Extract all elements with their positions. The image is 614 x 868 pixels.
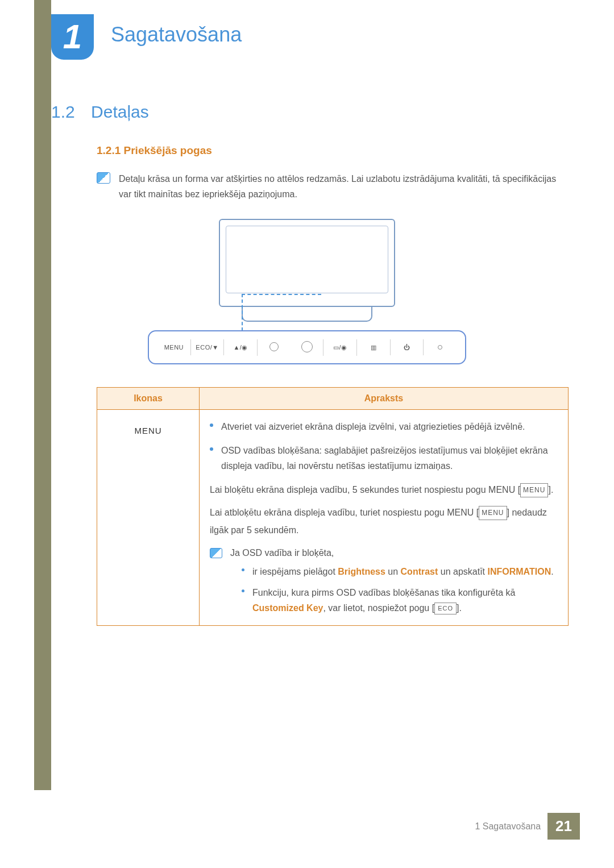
sub-bullet: ir iespējams pielāgot Brightness un Cont… <box>242 564 558 579</box>
bullet-dot-icon <box>210 423 213 427</box>
header-desc: Apraksts <box>200 388 569 410</box>
information-label: INFORMATION <box>488 567 551 576</box>
text-segment: ]. <box>457 603 462 613</box>
btn-auto: ▥ <box>357 339 390 356</box>
page-content: 1.2 Detaļas 1.2.1 Priekšējās pogas Detaļ… <box>51 102 563 626</box>
table-header-row: Ikonas Apraksts <box>97 388 569 410</box>
paragraph: Lai bloķētu ekrāna displeja vadību, 5 se… <box>210 481 558 499</box>
note-text: Detaļu krāsa un forma var atšķirties no … <box>119 171 563 202</box>
section-number: 1.2 <box>51 102 75 121</box>
subsection-number: 1.2.1 <box>97 144 121 156</box>
bullet-dot-icon <box>210 447 213 451</box>
section-heading: 1.2 Detaļas <box>51 102 563 122</box>
text-segment: Lai atbloķētu ekrāna displeja vadību, tu… <box>210 508 479 517</box>
text-segment: ]. <box>548 485 553 495</box>
description-block: Atveriet vai aizveriet ekrāna displeja i… <box>210 419 558 616</box>
inner-note-body: Ja OSD vadība ir bloķēta, ir iespējams p… <box>230 548 558 616</box>
text-segment: Lai bloķētu ekrāna displeja vadību, 5 se… <box>210 485 520 495</box>
monitor-stand <box>242 307 372 322</box>
sub-bullet-text: Funkciju, kura pirms OSD vadības bloķēša… <box>252 585 558 616</box>
bullet-text: Atveriet vai aizveriet ekrāna displeja i… <box>221 419 525 434</box>
bullet-dot-icon <box>242 568 244 571</box>
btn-ring1 <box>258 338 291 357</box>
section-title: Detaļas <box>91 102 149 121</box>
menu-key-icon: MENU <box>520 483 548 497</box>
customized-key-label: Customized Key <box>252 603 323 613</box>
ring-icon <box>269 342 279 351</box>
footer-page-number: 21 <box>547 813 580 840</box>
button-bar: MENU ECO/▼ ▲/◉ ▭/◉ ▥ ⏻ <box>148 330 466 364</box>
btn-led <box>424 339 457 355</box>
callout-line-horizontal <box>242 294 321 295</box>
bullet-dot-icon <box>242 589 244 592</box>
btn-source: ▭/◉ <box>323 339 357 356</box>
note-icon <box>210 548 222 558</box>
header-icons: Ikonas <box>97 388 200 410</box>
monitor-screen <box>226 226 388 293</box>
inner-note: Ja OSD vadība ir bloķēta, ir iespējams p… <box>210 548 558 616</box>
text-segment: Funkciju, kura pirms OSD vadības bloķēša… <box>252 588 515 597</box>
contrast-label: Contrast <box>401 567 438 576</box>
bullet-text: OSD vadības bloķēšana: saglabājiet pašre… <box>221 443 558 474</box>
chapter-title: Sagatavošana <box>111 23 242 47</box>
spec-table: Ikonas Apraksts MENU Atveriet vai aizver… <box>97 387 569 625</box>
bullet-item: OSD vadības bloķēšana: saglabājiet pašre… <box>210 443 558 474</box>
btn-power: ⏻ <box>390 339 424 355</box>
sub-bullet: Funkciju, kura pirms OSD vadības bloķēša… <box>242 585 558 616</box>
text-segment: . <box>551 567 553 576</box>
text-segment: ir iespējams pielāgot <box>252 567 338 576</box>
bullet-item: Atveriet vai aizveriet ekrāna displeja i… <box>210 419 558 434</box>
table-row: MENU Atveriet vai aizveriet ekrāna displ… <box>97 410 569 625</box>
btn-menu: MENU <box>157 339 191 355</box>
cell-icon: MENU <box>97 410 200 625</box>
brightness-label: Brightness <box>338 567 385 576</box>
btn-ring2 <box>291 337 323 358</box>
sub-bullet-text: ir iespējams pielāgot Brightness un Cont… <box>252 564 554 579</box>
subsection-heading: 1.2.1 Priekšējās pogas <box>97 144 563 157</box>
note-icon-wrap <box>97 171 110 202</box>
led-icon <box>438 345 442 350</box>
callout-line-vertical <box>242 294 243 331</box>
chapter-number: 1 <box>63 20 82 54</box>
text-segment: un <box>385 567 401 576</box>
footer-label: 1 Sagatavošana <box>475 821 541 832</box>
btn-up: ▲/◉ <box>224 339 258 356</box>
chapter-badge: 1 <box>51 14 94 60</box>
text-segment: un apskatīt <box>438 567 487 576</box>
btn-eco: ECO/▼ <box>191 339 225 355</box>
monitor-diagram: MENU ECO/▼ ▲/◉ ▭/◉ ▥ ⏻ <box>142 219 472 364</box>
ring-icon <box>301 341 313 352</box>
subsection-title: Priekšējās pogas <box>124 144 212 156</box>
text-segment: , var lietot, nospiežot pogu [ <box>323 603 434 613</box>
eco-key-icon: ECO <box>434 603 457 614</box>
menu-key-icon: MENU <box>479 506 507 520</box>
side-strip <box>34 0 51 790</box>
note-icon <box>97 172 110 184</box>
cell-desc: Atveriet vai aizveriet ekrāna displeja i… <box>200 410 569 625</box>
paragraph: Lai atbloķētu ekrāna displeja vadību, tu… <box>210 504 558 539</box>
note-row: Detaļu krāsa un forma var atšķirties no … <box>97 171 563 202</box>
page-footer: 1 Sagatavošana 21 <box>475 813 580 840</box>
inner-note-lead: Ja OSD vadība ir bloķēta, <box>230 548 558 558</box>
